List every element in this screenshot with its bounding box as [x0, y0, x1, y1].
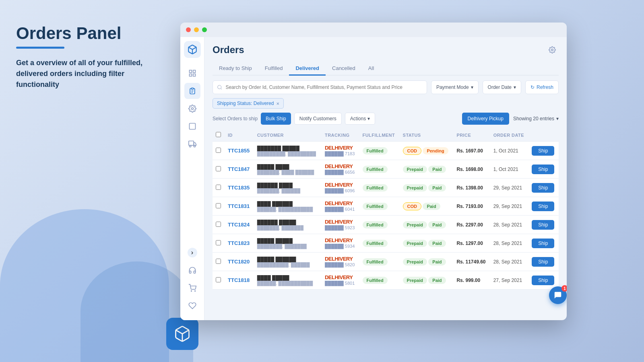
order-id: TTC1818: [225, 271, 254, 290]
fulfillment-badge: Fulfilled: [363, 240, 388, 247]
row-checkbox[interactable]: [216, 222, 221, 227]
sidebar-logo[interactable]: [184, 41, 201, 58]
customer-detail: ███████, ██████: [257, 188, 318, 193]
row-checkbox[interactable]: [216, 240, 221, 245]
payment-mode-badge: Prepaid: [403, 258, 427, 265]
sidebar-item-shipping[interactable]: [184, 136, 200, 152]
ship-button[interactable]: Ship: [532, 165, 554, 174]
tab-ready-to-ship[interactable]: Ready to Ship: [213, 62, 258, 76]
ship-button[interactable]: Ship: [532, 257, 554, 267]
actions-row: Select Orders to ship Bulk Ship Notify C…: [213, 113, 559, 125]
tab-fulfilled[interactable]: Fulfilled: [258, 62, 289, 76]
customer-name: ██████ ████: [257, 183, 318, 188]
ship-button[interactable]: Ship: [532, 183, 554, 193]
customer-detail: ██████████, ██████: [257, 262, 318, 267]
payment-mode-badge: Prepaid: [403, 221, 427, 228]
tracking-cell: DELHIVERY ██████ 5801: [322, 271, 359, 290]
carrier-logo: DELHIVERY: [325, 145, 356, 151]
ship-button[interactable]: Ship: [532, 202, 554, 211]
ship-button[interactable]: Ship: [532, 146, 554, 156]
tl-green[interactable]: [202, 27, 207, 32]
search-box[interactable]: [213, 80, 427, 94]
order-id: TTC1820: [225, 253, 254, 271]
row-checkbox[interactable]: [216, 203, 221, 208]
ship-button[interactable]: Ship: [532, 239, 554, 248]
tracking-cell: DELHIVERY ██████ 5923: [322, 216, 359, 234]
gear-button[interactable]: [546, 43, 559, 56]
tab-delivered[interactable]: Delivered: [289, 62, 326, 76]
price-cell: Rs. 11749.60: [453, 253, 490, 271]
orders-icon: [188, 87, 196, 95]
svg-rect-5: [193, 74, 195, 76]
tracking-number: ██████ 6096: [325, 188, 355, 193]
sidebar-item-dashboard[interactable]: [184, 65, 200, 81]
payment-status-badge: Paid: [428, 221, 446, 228]
payment-mode-filter[interactable]: Payment Mode ▾: [431, 80, 479, 94]
price-cell: Rs. 2297.00: [453, 216, 490, 234]
tracking-cell: DELHIVERY ██████ 5934: [322, 234, 359, 253]
tracking-number: ██████ 5934: [325, 244, 355, 249]
actions-dropdown-button[interactable]: Actions ▾: [345, 113, 375, 125]
fulfillment-cell: Fulfilled: [359, 234, 400, 253]
fulfillment-cell: Fulfilled: [359, 253, 400, 271]
row-checkbox[interactable]: [216, 259, 221, 264]
tab-all[interactable]: All: [362, 62, 380, 76]
notify-customers-button[interactable]: Notify Customers: [294, 113, 342, 125]
action-cell: Ship: [528, 160, 559, 179]
title-bar: [180, 23, 567, 37]
carrier-logo: DELHIVERY: [325, 200, 356, 206]
chat-icon: [553, 291, 562, 300]
gear-icon: [549, 46, 556, 53]
payment-mode-badge: COD: [403, 202, 421, 210]
svg-rect-3: [193, 70, 195, 73]
customer-detail: ███████, ███████: [257, 225, 318, 230]
order-date-cell: 1, Oct 2021: [490, 160, 529, 179]
cart-icon: [188, 284, 196, 292]
actions-left: Select Orders to ship Bulk Ship Notify C…: [213, 113, 375, 125]
row-checkbox[interactable]: [216, 148, 221, 153]
heading-underline: [16, 47, 64, 49]
sidebar-item-favorites[interactable]: [184, 298, 200, 314]
delhivery-pickup-button[interactable]: Delhivery Pickup: [462, 113, 509, 125]
ship-button[interactable]: Ship: [532, 276, 554, 285]
sidebar-item-pages[interactable]: [184, 118, 200, 134]
row-checkbox[interactable]: [216, 185, 221, 190]
search-input[interactable]: [225, 84, 422, 90]
bulk-ship-button[interactable]: Bulk Ship: [261, 113, 291, 125]
svg-rect-10: [189, 123, 195, 130]
chat-bubble[interactable]: 1: [549, 286, 567, 304]
table-row: TTC1835 ██████ ████ ███████, ██████ DELH…: [213, 179, 559, 197]
tl-yellow[interactable]: [194, 27, 199, 32]
tracking-number: ██████ 6656: [325, 170, 355, 175]
sidebar-item-settings[interactable]: [184, 101, 200, 117]
row-checkbox[interactable]: [216, 277, 221, 282]
remove-filter-button[interactable]: ×: [276, 101, 279, 107]
sidebar-item-cart[interactable]: [184, 280, 200, 296]
tab-cancelled[interactable]: Cancelled: [326, 62, 362, 76]
actions-chevron-icon: ▾: [367, 116, 370, 121]
tracking-number: ██████ 6041: [325, 207, 355, 212]
chevron-down-icon: ▾: [471, 84, 473, 90]
order-id: TTC1823: [225, 234, 254, 253]
svg-point-12: [189, 145, 191, 147]
sidebar-collapse-button[interactable]: ›: [188, 248, 197, 257]
customer-cell: ████ ██████ ██████, ███████████: [254, 197, 322, 216]
order-date-filter[interactable]: Order Date ▾: [483, 80, 521, 94]
col-action: [528, 129, 559, 142]
headset-icon: [188, 266, 196, 274]
app-icon-box: [166, 318, 198, 350]
tracking-cell: DELHIVERY ██████ 6041: [322, 197, 359, 216]
sidebar-item-support[interactable]: [184, 262, 200, 278]
main-content: Orders Ready to Ship Fulfilled Delivered…: [204, 37, 567, 320]
refresh-button[interactable]: ↻ Refresh: [525, 80, 559, 94]
fulfillment-cell: Fulfilled: [359, 160, 400, 179]
tl-red[interactable]: [186, 27, 191, 32]
price-cell: Rs. 1297.00: [453, 234, 490, 253]
order-date-cell: 29, Sep 2021: [490, 179, 529, 197]
sidebar-item-orders[interactable]: [184, 83, 200, 99]
ship-button[interactable]: Ship: [532, 220, 554, 230]
svg-point-14: [191, 291, 192, 292]
select-all-checkbox[interactable]: [216, 132, 221, 137]
orders-table: ID CUSTOMER TRACKING FULFILLMENT STATUS …: [213, 129, 559, 290]
row-checkbox[interactable]: [216, 166, 221, 171]
